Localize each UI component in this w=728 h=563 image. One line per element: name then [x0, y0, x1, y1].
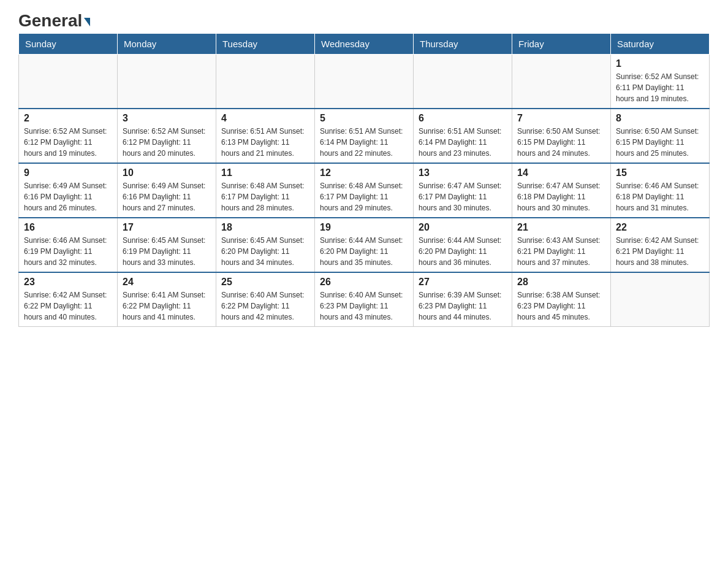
day-info: Sunrise: 6:44 AM Sunset: 6:20 PM Dayligh… [419, 235, 507, 268]
day-info: Sunrise: 6:47 AM Sunset: 6:18 PM Dayligh… [517, 180, 605, 213]
calendar-header-saturday: Saturday [611, 34, 710, 55]
day-number: 19 [320, 222, 408, 233]
day-info: Sunrise: 6:51 AM Sunset: 6:13 PM Dayligh… [221, 126, 309, 159]
calendar-cell [19, 55, 118, 109]
calendar-cell: 18Sunrise: 6:45 AM Sunset: 6:20 PM Dayli… [216, 218, 315, 272]
day-number: 14 [517, 167, 605, 178]
calendar-cell [216, 55, 315, 109]
calendar-cell: 8Sunrise: 6:50 AM Sunset: 6:15 PM Daylig… [611, 109, 710, 163]
calendar-cell: 19Sunrise: 6:44 AM Sunset: 6:20 PM Dayli… [315, 218, 414, 272]
day-info: Sunrise: 6:48 AM Sunset: 6:17 PM Dayligh… [221, 180, 309, 213]
day-number: 5 [320, 113, 408, 124]
day-info: Sunrise: 6:42 AM Sunset: 6:21 PM Dayligh… [616, 235, 704, 268]
calendar-cell: 1Sunrise: 6:52 AM Sunset: 6:11 PM Daylig… [611, 55, 710, 109]
day-info: Sunrise: 6:43 AM Sunset: 6:21 PM Dayligh… [517, 235, 605, 268]
day-info: Sunrise: 6:52 AM Sunset: 6:12 PM Dayligh… [123, 126, 211, 159]
calendar-header-friday: Friday [512, 34, 611, 55]
day-info: Sunrise: 6:40 AM Sunset: 6:23 PM Dayligh… [320, 289, 408, 323]
calendar-cell [414, 55, 512, 109]
day-number: 9 [24, 167, 112, 178]
day-info: Sunrise: 6:42 AM Sunset: 6:22 PM Dayligh… [24, 289, 112, 323]
calendar-cell: 11Sunrise: 6:48 AM Sunset: 6:17 PM Dayli… [216, 163, 315, 218]
calendar-week-row: 9Sunrise: 6:49 AM Sunset: 6:16 PM Daylig… [19, 163, 710, 218]
calendar-cell [611, 272, 710, 327]
day-number: 16 [24, 222, 112, 233]
day-info: Sunrise: 6:41 AM Sunset: 6:22 PM Dayligh… [123, 289, 211, 323]
calendar-week-row: 23Sunrise: 6:42 AM Sunset: 6:22 PM Dayli… [19, 272, 710, 327]
calendar-header-tuesday: Tuesday [216, 34, 315, 55]
day-info: Sunrise: 6:45 AM Sunset: 6:20 PM Dayligh… [221, 235, 309, 268]
day-number: 10 [123, 167, 211, 178]
day-info: Sunrise: 6:49 AM Sunset: 6:16 PM Dayligh… [123, 180, 211, 213]
day-info: Sunrise: 6:51 AM Sunset: 6:14 PM Dayligh… [320, 126, 408, 159]
day-number: 20 [419, 222, 507, 233]
day-info: Sunrise: 6:46 AM Sunset: 6:18 PM Dayligh… [616, 180, 704, 213]
day-number: 8 [616, 113, 704, 124]
day-number: 12 [320, 167, 408, 178]
day-info: Sunrise: 6:49 AM Sunset: 6:16 PM Dayligh… [24, 180, 112, 213]
day-number: 18 [221, 222, 309, 233]
day-info: Sunrise: 6:51 AM Sunset: 6:14 PM Dayligh… [419, 126, 507, 159]
calendar-cell: 28Sunrise: 6:38 AM Sunset: 6:23 PM Dayli… [512, 272, 611, 327]
day-info: Sunrise: 6:47 AM Sunset: 6:17 PM Dayligh… [419, 180, 507, 213]
day-info: Sunrise: 6:50 AM Sunset: 6:15 PM Dayligh… [517, 126, 605, 159]
calendar-cell: 26Sunrise: 6:40 AM Sunset: 6:23 PM Dayli… [315, 272, 414, 327]
day-info: Sunrise: 6:52 AM Sunset: 6:11 PM Dayligh… [616, 71, 704, 104]
calendar-cell: 27Sunrise: 6:39 AM Sunset: 6:23 PM Dayli… [414, 272, 512, 327]
calendar-cell [315, 55, 414, 109]
day-number: 21 [517, 222, 605, 233]
calendar-cell: 4Sunrise: 6:51 AM Sunset: 6:13 PM Daylig… [216, 109, 315, 163]
day-number: 17 [123, 222, 211, 233]
day-info: Sunrise: 6:46 AM Sunset: 6:19 PM Dayligh… [24, 235, 112, 268]
calendar-cell: 6Sunrise: 6:51 AM Sunset: 6:14 PM Daylig… [414, 109, 512, 163]
calendar-cell: 17Sunrise: 6:45 AM Sunset: 6:19 PM Dayli… [118, 218, 216, 272]
calendar-cell: 7Sunrise: 6:50 AM Sunset: 6:15 PM Daylig… [512, 109, 611, 163]
day-info: Sunrise: 6:38 AM Sunset: 6:23 PM Dayligh… [517, 289, 605, 323]
day-info: Sunrise: 6:45 AM Sunset: 6:19 PM Dayligh… [123, 235, 211, 268]
calendar-week-row: 1Sunrise: 6:52 AM Sunset: 6:11 PM Daylig… [19, 55, 710, 109]
calendar-cell: 12Sunrise: 6:48 AM Sunset: 6:17 PM Dayli… [315, 163, 414, 218]
calendar-header-sunday: Sunday [19, 34, 118, 55]
calendar-cell: 2Sunrise: 6:52 AM Sunset: 6:12 PM Daylig… [19, 109, 118, 163]
calendar-table: SundayMondayTuesdayWednesdayThursdayFrid… [18, 33, 710, 327]
day-info: Sunrise: 6:50 AM Sunset: 6:15 PM Dayligh… [616, 126, 704, 159]
calendar-cell [512, 55, 611, 109]
day-number: 2 [24, 113, 112, 124]
day-number: 7 [517, 113, 605, 124]
day-number: 26 [320, 277, 408, 288]
calendar-header-thursday: Thursday [414, 34, 512, 55]
day-number: 6 [419, 113, 507, 124]
calendar-cell: 23Sunrise: 6:42 AM Sunset: 6:22 PM Dayli… [19, 272, 118, 327]
day-number: 4 [221, 113, 309, 124]
logo-general: General [18, 12, 90, 29]
calendar-cell: 14Sunrise: 6:47 AM Sunset: 6:18 PM Dayli… [512, 163, 611, 218]
day-number: 27 [419, 277, 507, 288]
day-number: 3 [123, 113, 211, 124]
calendar-cell: 25Sunrise: 6:40 AM Sunset: 6:22 PM Dayli… [216, 272, 315, 327]
calendar-cell: 9Sunrise: 6:49 AM Sunset: 6:16 PM Daylig… [19, 163, 118, 218]
calendar-week-row: 16Sunrise: 6:46 AM Sunset: 6:19 PM Dayli… [19, 218, 710, 272]
day-info: Sunrise: 6:40 AM Sunset: 6:22 PM Dayligh… [221, 289, 309, 323]
calendar-cell: 13Sunrise: 6:47 AM Sunset: 6:17 PM Dayli… [414, 163, 512, 218]
logo: General [18, 12, 90, 27]
day-number: 15 [616, 167, 704, 178]
calendar-cell: 20Sunrise: 6:44 AM Sunset: 6:20 PM Dayli… [414, 218, 512, 272]
calendar-cell: 24Sunrise: 6:41 AM Sunset: 6:22 PM Dayli… [118, 272, 216, 327]
calendar-cell: 16Sunrise: 6:46 AM Sunset: 6:19 PM Dayli… [19, 218, 118, 272]
calendar-cell: 3Sunrise: 6:52 AM Sunset: 6:12 PM Daylig… [118, 109, 216, 163]
calendar-header-monday: Monday [118, 34, 216, 55]
day-info: Sunrise: 6:52 AM Sunset: 6:12 PM Dayligh… [24, 126, 112, 159]
day-number: 28 [517, 277, 605, 288]
calendar-cell: 21Sunrise: 6:43 AM Sunset: 6:21 PM Dayli… [512, 218, 611, 272]
day-info: Sunrise: 6:39 AM Sunset: 6:23 PM Dayligh… [419, 289, 507, 323]
day-number: 23 [24, 277, 112, 288]
calendar-cell: 15Sunrise: 6:46 AM Sunset: 6:18 PM Dayli… [611, 163, 710, 218]
day-number: 25 [221, 277, 309, 288]
calendar-cell: 5Sunrise: 6:51 AM Sunset: 6:14 PM Daylig… [315, 109, 414, 163]
calendar-header-wednesday: Wednesday [315, 34, 414, 55]
day-number: 11 [221, 167, 309, 178]
day-number: 24 [123, 277, 211, 288]
day-number: 1 [616, 58, 704, 69]
day-info: Sunrise: 6:48 AM Sunset: 6:17 PM Dayligh… [320, 180, 408, 213]
day-number: 13 [419, 167, 507, 178]
